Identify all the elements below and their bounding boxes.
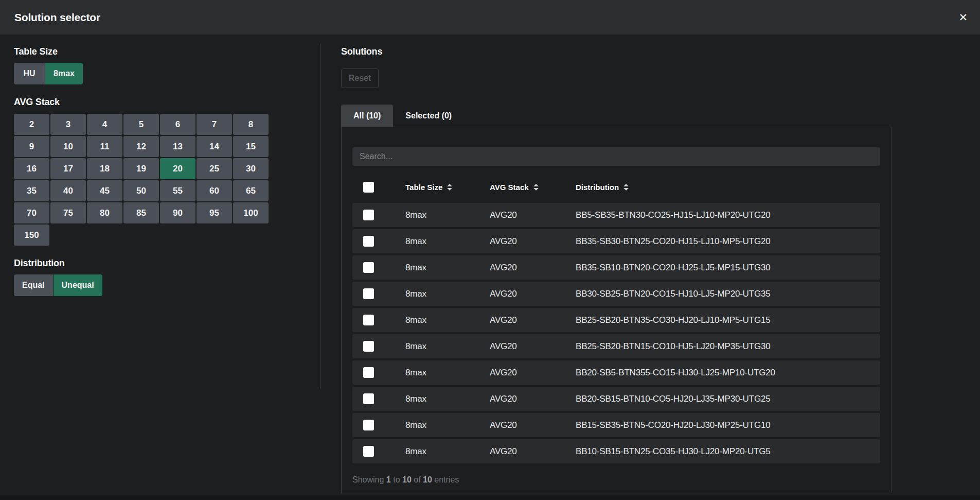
distribution-heading: Distribution <box>14 258 302 269</box>
avg-stack-button-25[interactable]: 25 <box>197 158 232 179</box>
table-size-cell: 8max <box>395 315 479 325</box>
avg-stack-button-15[interactable]: 15 <box>233 136 269 157</box>
close-icon[interactable]: ✕ <box>958 12 968 23</box>
row-checkbox[interactable] <box>363 341 374 352</box>
table-row[interactable]: 8maxAVG20BB20-SB5-BTN355-CO15-HJ30-LJ25-… <box>352 360 880 385</box>
avg-stack-button-2[interactable]: 2 <box>14 114 49 135</box>
avg-stack-button-40[interactable]: 40 <box>50 180 86 201</box>
avg-stack-cell: AVG20 <box>479 315 565 325</box>
table-size-cell: 8max <box>395 236 479 247</box>
table-size-button-hu[interactable]: HU <box>14 63 45 84</box>
column-header-distribution: Distribution <box>565 183 880 192</box>
avg-stack-button-50[interactable]: 50 <box>123 180 159 201</box>
avg-stack-button-17[interactable]: 17 <box>50 158 86 179</box>
distribution-button-unequal[interactable]: Unequal <box>54 274 102 296</box>
footer-from: 1 <box>386 475 391 484</box>
row-checkbox[interactable] <box>363 420 374 430</box>
distribution-cell: BB15-SB35-BTN5-CO20-HJ20-LJ30-MP25-UTG10 <box>565 420 880 430</box>
table-row[interactable]: 8maxAVG20BB10-SB15-BTN25-CO35-HJ30-LJ20-… <box>352 439 880 463</box>
row-checkbox[interactable] <box>363 210 374 220</box>
column-header-label: Table Size <box>405 183 442 192</box>
avg-stack-button-19[interactable]: 19 <box>123 158 159 179</box>
avg-stack-button-90[interactable]: 90 <box>160 202 195 223</box>
table-row[interactable]: 8maxAVG20BB20-SB15-BTN10-CO5-HJ20-LJ35-M… <box>352 387 880 411</box>
avg-stack-cell: AVG20 <box>479 289 565 299</box>
avg-stack-button-10[interactable]: 10 <box>50 136 86 157</box>
avg-stack-button-14[interactable]: 14 <box>197 136 232 157</box>
avg-stack-button-55[interactable]: 55 <box>160 180 195 201</box>
avg-stack-button-5[interactable]: 5 <box>123 114 159 135</box>
vertical-divider <box>320 44 320 389</box>
table-row[interactable]: 8maxAVG20BB25-SB20-BTN35-CO30-HJ20-LJ10-… <box>352 308 880 332</box>
avg-stack-button-16[interactable]: 16 <box>14 158 49 179</box>
sort-down-icon <box>447 188 452 191</box>
avg-stack-button-7[interactable]: 7 <box>197 114 232 135</box>
avg-stack-button-12[interactable]: 12 <box>123 136 159 157</box>
select-all-checkbox[interactable] <box>363 182 374 193</box>
distribution-cell: BB20-SB5-BTN355-CO15-HJ30-LJ25-MP10-UTG2… <box>565 368 880 378</box>
row-checkbox[interactable] <box>363 288 374 299</box>
distribution-cell: BB30-SB25-BTN20-CO15-HJ10-LJ5-MP20-UTG35 <box>565 289 880 299</box>
table-footer: Showing 1 to 10 of 10 entries <box>352 465 880 485</box>
avg-stack-button-35[interactable]: 35 <box>14 180 49 201</box>
avg-stack-cell: AVG20 <box>479 263 565 273</box>
avg-stack-button-60[interactable]: 60 <box>197 180 232 201</box>
avg-stack-button-45[interactable]: 45 <box>87 180 122 201</box>
avg-stack-button-8[interactable]: 8 <box>233 114 269 135</box>
search-input[interactable] <box>352 147 880 166</box>
avg-stack-button-20[interactable]: 20 <box>160 158 195 179</box>
solutions-panel: Solutions Reset All (10) Selected (0) Ta… <box>341 46 892 493</box>
row-checkbox[interactable] <box>363 393 374 404</box>
sort-icon[interactable] <box>533 184 539 191</box>
tab-all[interactable]: All (10) <box>341 105 393 127</box>
row-checkbox[interactable] <box>363 315 374 325</box>
sort-up-icon <box>533 184 539 186</box>
avg-stack-button-4[interactable]: 4 <box>87 114 122 135</box>
avg-stack-button-150[interactable]: 150 <box>14 225 49 246</box>
tab-selected[interactable]: Selected (0) <box>393 105 464 127</box>
row-checkbox[interactable] <box>363 367 374 378</box>
distribution-cell: BB10-SB15-BTN25-CO35-HJ30-LJ20-MP20-UTG5 <box>565 446 880 457</box>
row-checkbox[interactable] <box>363 446 374 457</box>
reset-button[interactable]: Reset <box>341 68 379 88</box>
table-row[interactable]: 8maxAVG20BB15-SB35-BTN5-CO20-HJ20-LJ30-M… <box>352 413 880 437</box>
avg-stack-button-65[interactable]: 65 <box>233 180 269 201</box>
table-row[interactable]: 8maxAVG20BB30-SB25-BTN20-CO15-HJ10-LJ5-M… <box>352 282 880 306</box>
filters-panel: Table Size HU 8max AVG Stack 23456789101… <box>14 46 302 296</box>
table-row[interactable]: 8maxAVG20BB35-SB10-BTN20-CO20-HJ25-LJ5-M… <box>352 255 880 280</box>
avg-stack-cell: AVG20 <box>479 236 565 247</box>
table-size-cell: 8max <box>395 420 479 430</box>
distribution-cell: BB35-SB10-BTN20-CO20-HJ25-LJ5-MP15-UTG30 <box>565 263 880 273</box>
avg-stack-button-18[interactable]: 18 <box>87 158 122 179</box>
table-row[interactable]: 8maxAVG20BB35-SB30-BTN25-CO20-HJ15-LJ10-… <box>352 229 880 253</box>
avg-stack-cell: AVG20 <box>479 446 565 457</box>
solutions-heading: Solutions <box>341 46 892 57</box>
avg-stack-button-13[interactable]: 13 <box>160 136 195 157</box>
avg-stack-cell: AVG20 <box>479 210 565 220</box>
table-size-cell: 8max <box>395 289 479 299</box>
table-size-button-8max[interactable]: 8max <box>45 63 83 84</box>
footer-text: of <box>414 475 420 484</box>
table-row[interactable]: 8maxAVG20BB25-SB20-BTN15-CO10-HJ5-LJ20-M… <box>352 334 880 358</box>
avg-stack-button-3[interactable]: 3 <box>50 114 86 135</box>
row-checkbox[interactable] <box>363 262 374 273</box>
table-row[interactable]: 8maxAVG20BB5-SB35-BTN30-CO25-HJ15-LJ10-M… <box>352 203 880 227</box>
avg-stack-button-95[interactable]: 95 <box>197 202 232 223</box>
avg-stack-button-80[interactable]: 80 <box>87 202 122 223</box>
row-checkbox[interactable] <box>363 236 374 247</box>
distribution-cell: BB5-SB35-BTN30-CO25-HJ15-LJ10-MP20-UTG20 <box>565 210 880 220</box>
avg-stack-button-75[interactable]: 75 <box>50 202 86 223</box>
avg-stack-button-11[interactable]: 11 <box>87 136 122 157</box>
avg-stack-button-85[interactable]: 85 <box>123 202 159 223</box>
sort-icon[interactable] <box>623 184 629 191</box>
avg-stack-button-9[interactable]: 9 <box>14 136 49 157</box>
avg-stack-button-100[interactable]: 100 <box>233 202 269 223</box>
avg-stack-button-70[interactable]: 70 <box>14 202 49 223</box>
sort-icon[interactable] <box>447 184 452 191</box>
table-size-cell: 8max <box>395 394 479 404</box>
avg-stack-button-30[interactable]: 30 <box>233 158 269 179</box>
distribution-cell: BB25-SB20-BTN35-CO30-HJ20-LJ10-MP5-UTG15 <box>565 315 880 325</box>
distribution-cell: BB20-SB15-BTN10-CO5-HJ20-LJ35-MP30-UTG25 <box>565 394 880 404</box>
distribution-button-equal[interactable]: Equal <box>14 274 53 296</box>
avg-stack-button-6[interactable]: 6 <box>160 114 195 135</box>
